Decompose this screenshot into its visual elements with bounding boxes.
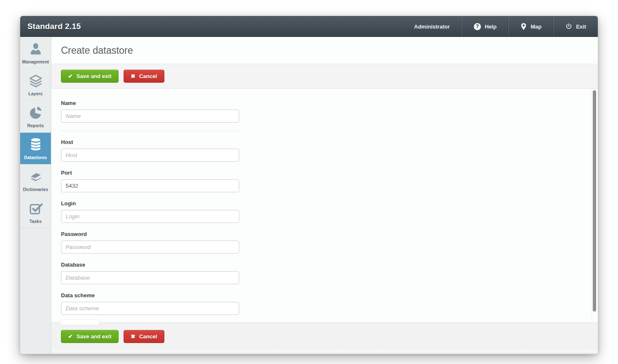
window-bottom-edge <box>51 350 598 354</box>
form-scrollbar-track[interactable] <box>592 89 598 322</box>
sidebar-item-tasks[interactable]: Tasks <box>20 196 51 228</box>
sidebar-item-label: Reports <box>27 123 44 128</box>
main-content: Create datastore ✔ Save and exit ✖ Cance… <box>51 37 598 354</box>
port-label: Port <box>61 170 239 176</box>
check-icon: ✔ <box>68 333 73 340</box>
section-divider <box>61 131 239 131</box>
cancel-button-bottom[interactable]: ✖ Cancel <box>124 330 164 343</box>
data-scheme-input[interactable] <box>61 302 239 315</box>
user-label: Administrator <box>414 24 450 30</box>
bottom-toolbar: ✔ Save and exit ✖ Cancel <box>51 322 598 350</box>
map-label: Map <box>531 24 541 30</box>
top-header-bar: Standard 2.15 Administrator ? Help Map E… <box>20 16 598 37</box>
database-input[interactable] <box>61 271 239 284</box>
x-icon: ✖ <box>131 333 135 340</box>
sidebar-item-dictionaries[interactable]: Dictionaries <box>20 165 51 196</box>
sidebar-item-label: Layers <box>29 91 43 96</box>
header-menu: Administrator ? Help Map Exit <box>402 16 598 37</box>
sidebar-item-datastores[interactable]: Datastores <box>20 133 51 165</box>
page-title: Create datastore <box>61 45 133 56</box>
name-input[interactable] <box>61 110 239 123</box>
exit-label: Exit <box>576 24 586 30</box>
database-field-group: Database <box>61 262 239 284</box>
port-input[interactable] <box>61 179 239 192</box>
cancel-button[interactable]: ✖ Cancel <box>124 70 164 83</box>
books-icon <box>28 169 44 185</box>
name-label: Name <box>61 100 239 106</box>
power-icon <box>565 23 572 30</box>
cancel-button-label: Cancel <box>139 73 157 79</box>
save-button-label: Save and exit <box>77 73 111 79</box>
password-field-group: Password <box>61 231 239 254</box>
password-input[interactable] <box>61 241 239 254</box>
checkbox-icon <box>28 201 44 217</box>
password-label: Password <box>61 231 239 237</box>
login-label: Login <box>61 200 239 207</box>
login-field-group: Login <box>61 200 239 223</box>
partially-visible-element <box>61 319 99 325</box>
data-scheme-field-group: Data scheme <box>61 292 239 315</box>
check-icon: ✔ <box>68 73 73 79</box>
form-scrollbar-thumb[interactable] <box>593 90 596 312</box>
page-title-bar: Create datastore <box>51 37 598 64</box>
port-field-group: Port <box>61 170 239 192</box>
datastore-form: Name Host Port Login Password <box>51 89 598 322</box>
sidebar-item-management[interactable]: Management <box>20 37 51 69</box>
exit-menu-item[interactable]: Exit <box>553 16 598 37</box>
x-icon: ✖ <box>131 73 135 79</box>
sidebar-item-label: Tasks <box>29 219 42 224</box>
name-field-group: Name <box>61 100 239 123</box>
sidebar-item-layers[interactable]: Layers <box>20 69 51 101</box>
sidebar-item-label: Management <box>22 59 49 64</box>
sidebar-item-reports[interactable]: Reports <box>20 101 51 133</box>
user-menu-item[interactable]: Administrator <box>402 16 462 37</box>
host-label: Host <box>61 139 239 145</box>
map-pin-icon <box>520 23 527 30</box>
help-label: Help <box>485 24 497 30</box>
map-menu-item[interactable]: Map <box>508 16 553 37</box>
top-toolbar: ✔ Save and exit ✖ Cancel <box>51 64 598 89</box>
save-button-label: Save and exit <box>77 333 111 340</box>
help-menu-item[interactable]: ? Help <box>462 16 508 37</box>
cancel-button-label: Cancel <box>139 333 157 340</box>
sidebar-item-label: Dictionaries <box>23 187 48 192</box>
pie-chart-icon <box>28 105 44 121</box>
user-icon <box>28 41 44 57</box>
app-window: Standard 2.15 Administrator ? Help Map E… <box>20 16 598 354</box>
data-scheme-label: Data scheme <box>61 292 239 299</box>
save-and-exit-button[interactable]: ✔ Save and exit <box>61 70 119 83</box>
layers-icon <box>28 73 44 89</box>
host-input[interactable] <box>61 149 239 162</box>
sidebar-nav: Management Layers Reports <box>20 37 51 354</box>
login-input[interactable] <box>61 210 239 223</box>
app-title: Standard 2.15 <box>20 22 81 31</box>
host-field-group: Host <box>61 139 239 162</box>
database-label: Database <box>61 262 239 268</box>
help-icon: ? <box>474 23 481 30</box>
database-icon <box>28 137 44 153</box>
sidebar-item-label: Datastores <box>24 155 47 160</box>
save-and-exit-button-bottom[interactable]: ✔ Save and exit <box>61 330 119 343</box>
